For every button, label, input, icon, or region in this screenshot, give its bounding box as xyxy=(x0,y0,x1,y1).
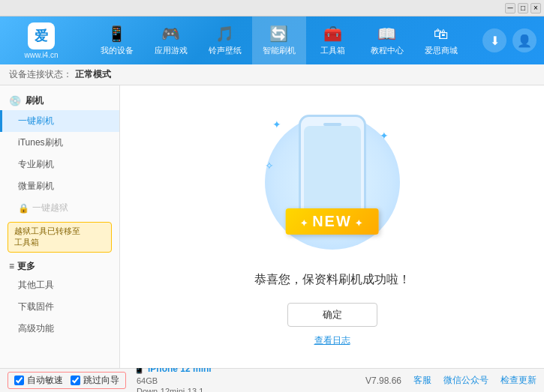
nav-label-smart-flash: 智能刷机 xyxy=(263,45,296,56)
advanced-label: 高级功能 xyxy=(18,323,54,334)
content-area: ✦ ✦ ✧ NEW 恭喜您，保资料刷机成功啦！ 确定 查看日志 xyxy=(120,85,544,368)
update-link[interactable]: 检查更新 xyxy=(500,374,536,387)
titlebar: ─ □ × xyxy=(0,0,544,16)
one-click-flash-label: 一键刷机 xyxy=(18,115,54,126)
itunes-flash-label: iTunes刷机 xyxy=(18,137,63,148)
device-model: Down-12mini-13,1 xyxy=(137,387,203,392)
nav-label-my-device: 我的设备 xyxy=(101,45,134,56)
jailbreak-disabled-label: 一键越狱 xyxy=(32,202,68,214)
jailbreak-notice-box: 越狱工具已转移至 工具箱 xyxy=(8,222,112,253)
nav-item-mall[interactable]: 🛍 爱思商城 xyxy=(414,16,468,64)
flash-section-label: 刷机 xyxy=(26,94,44,107)
bottombar-right: V7.98.66 客服 微信公众号 检查更新 xyxy=(365,374,536,387)
flash-section-icon: 💿 xyxy=(9,95,21,106)
service-link[interactable]: 客服 xyxy=(413,374,431,387)
apps-icon: 🎮 xyxy=(161,25,180,43)
flash-icon: 🔄 xyxy=(269,25,288,43)
nav-items: 📱 我的设备 🎮 应用游戏 🎵 铃声壁纸 🔄 智能刷机 🧰 工具箱 📖 教程中心… xyxy=(75,16,482,64)
maximize-button[interactable]: □ xyxy=(518,3,528,13)
sidebar-item-dfu-flash[interactable]: 微量刷机 xyxy=(0,175,119,197)
nav-item-tutorial[interactable]: 📖 教程中心 xyxy=(360,16,414,64)
nav-label-tutorial: 教程中心 xyxy=(371,45,404,56)
nav-label-toolbox: 工具箱 xyxy=(320,45,345,56)
auto-flash-checkbox-label[interactable]: 自动敏速 xyxy=(14,374,63,387)
more-section-title: ≡ 更多 xyxy=(0,256,119,274)
logo-symbol: 爱 xyxy=(35,27,48,45)
device-icon: 📱 xyxy=(107,25,126,43)
nav-label-apps-games: 应用游戏 xyxy=(155,45,188,56)
sparkle-3: ✧ xyxy=(265,160,274,172)
sparkle-1: ✦ xyxy=(272,118,281,130)
nav-item-my-device[interactable]: 📱 我的设备 xyxy=(90,16,144,64)
sidebar-item-advanced[interactable]: 高级功能 xyxy=(0,318,119,340)
confirm-button[interactable]: 确定 xyxy=(287,303,377,327)
checkbox-group: 自动敏速 跳过向导 xyxy=(8,372,126,389)
auto-flash-checkbox[interactable] xyxy=(14,376,24,385)
new-badge: NEW xyxy=(285,208,379,235)
jailbreak-disabled: 🔒 一键越狱 xyxy=(0,197,119,219)
nav-item-ringtones[interactable]: 🎵 铃声壁纸 xyxy=(198,16,252,64)
success-illustration: ✦ ✦ ✧ NEW xyxy=(257,107,407,257)
nav-item-smart-flash[interactable]: 🔄 智能刷机 xyxy=(252,16,306,64)
ringtones-icon: 🎵 xyxy=(215,25,234,43)
view-log-link[interactable]: 查看日志 xyxy=(314,334,350,347)
pro-flash-label: 专业刷机 xyxy=(18,159,54,169)
nav-label-mall: 爱思商城 xyxy=(425,45,458,56)
statusbar-value: 正常模式 xyxy=(75,68,111,81)
nav-label-ringtones: 铃声壁纸 xyxy=(209,45,242,56)
logo-text: www.i4.cn xyxy=(24,51,58,59)
header: 爱 www.i4.cn 📱 我的设备 🎮 应用游戏 🎵 铃声壁纸 🔄 智能刷机 … xyxy=(0,16,544,64)
device-info: 📱 iPhone 12 mini 64GB Down-12mini-13,1 xyxy=(134,364,212,392)
skip-wizard-checkbox-label[interactable]: 跳过向导 xyxy=(71,374,119,387)
more-section-label: 更多 xyxy=(17,260,35,273)
sidebar-item-download-firmware[interactable]: 下载固件 xyxy=(0,296,119,318)
sidebar-item-one-click-flash[interactable]: 一键刷机 xyxy=(0,110,119,132)
tutorial-icon: 📖 xyxy=(377,25,396,43)
download-button[interactable]: ⬇ xyxy=(482,28,506,52)
main-layout: 💿 刷机 一键刷机 iTunes刷机 专业刷机 微量刷机 🔒 一键越狱 越狱工具… xyxy=(0,85,544,368)
sidebar-item-itunes-flash[interactable]: iTunes刷机 xyxy=(0,132,119,154)
lock-icon: 🔒 xyxy=(18,203,29,214)
minimize-button[interactable]: ─ xyxy=(505,3,515,13)
flash-section-title: 💿 刷机 xyxy=(0,91,119,110)
statusbar: 设备连接状态： 正常模式 xyxy=(0,64,544,85)
user-button[interactable]: 👤 xyxy=(512,28,536,52)
toolbox-icon: 🧰 xyxy=(323,25,342,43)
success-text: 恭喜您，保资料刷机成功啦！ xyxy=(254,272,410,288)
version-label: V7.98.66 xyxy=(365,376,401,386)
header-right: ⬇ 👤 xyxy=(482,28,536,52)
phone-notch xyxy=(323,123,341,126)
nav-item-apps-games[interactable]: 🎮 应用游戏 xyxy=(144,16,198,64)
other-tools-label: 其他工具 xyxy=(18,280,54,290)
device-storage: 64GB xyxy=(137,376,158,385)
logo-icon: 爱 xyxy=(28,22,55,49)
statusbar-label: 设备连接状态： xyxy=(9,68,72,81)
auto-flash-label: 自动敏速 xyxy=(27,374,63,387)
bottombar: 自动敏速 跳过向导 📱 iPhone 12 mini 64GB Down-12m… xyxy=(0,368,544,392)
skip-wizard-label: 跳过向导 xyxy=(83,374,119,387)
skip-wizard-checkbox[interactable] xyxy=(71,376,80,385)
nav-item-toolbox[interactable]: 🧰 工具箱 xyxy=(306,16,360,64)
close-button[interactable]: × xyxy=(530,3,541,13)
sidebar-item-other-tools[interactable]: 其他工具 xyxy=(0,274,119,296)
sidebar: 💿 刷机 一键刷机 iTunes刷机 专业刷机 微量刷机 🔒 一键越狱 越狱工具… xyxy=(0,85,120,368)
more-icon: ≡ xyxy=(9,261,14,271)
mall-icon: 🛍 xyxy=(434,25,449,43)
logo-area: 爱 www.i4.cn xyxy=(8,22,75,59)
sidebar-item-pro-flash[interactable]: 专业刷机 xyxy=(0,154,119,175)
dfu-flash-label: 微量刷机 xyxy=(18,181,54,191)
sparkle-2: ✦ xyxy=(380,130,389,142)
download-firmware-label: 下载固件 xyxy=(18,301,54,312)
wechat-link[interactable]: 微信公众号 xyxy=(443,374,488,387)
jailbreak-notice-text: 越狱工具已转移至 工具箱 xyxy=(14,226,80,247)
